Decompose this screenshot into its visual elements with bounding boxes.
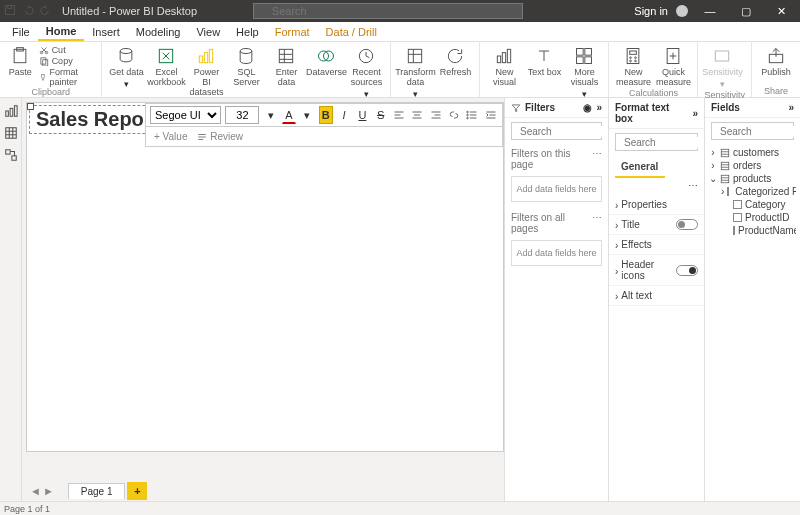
- more-icon[interactable]: ⋯: [688, 180, 698, 191]
- filters-visibility-icon[interactable]: ◉: [583, 102, 592, 113]
- checkbox[interactable]: [733, 226, 735, 235]
- tab-modeling[interactable]: Modeling: [128, 22, 189, 41]
- publish-button[interactable]: Publish: [758, 44, 794, 78]
- close-button[interactable]: ✕: [768, 5, 796, 18]
- report-view-icon[interactable]: [4, 104, 18, 118]
- global-search-input[interactable]: [272, 5, 518, 17]
- cut-button[interactable]: Cut: [39, 45, 96, 55]
- page-tab-1[interactable]: Page 1: [68, 483, 126, 499]
- align-left-icon[interactable]: [392, 106, 406, 124]
- more-icon[interactable]: ⋯: [592, 212, 602, 234]
- link-icon[interactable]: [447, 106, 461, 124]
- format-alttext-row[interactable]: ›Alt text: [609, 286, 704, 306]
- new-measure-button[interactable]: New measure: [615, 44, 651, 88]
- format-title-row[interactable]: ›Title: [609, 215, 704, 235]
- tab-file[interactable]: File: [4, 22, 38, 41]
- data-view-icon[interactable]: [4, 126, 18, 140]
- tab-insert[interactable]: Insert: [84, 22, 128, 41]
- save-icon[interactable]: [4, 4, 16, 18]
- global-search[interactable]: [253, 3, 523, 19]
- excel-button[interactable]: Excel workbook: [148, 44, 184, 88]
- enter-data-button[interactable]: Enter data: [268, 44, 304, 88]
- list-icon[interactable]: [465, 106, 479, 124]
- format-properties-row[interactable]: ›Properties: [609, 195, 704, 215]
- transform-data-button[interactable]: Transform data▾: [397, 44, 433, 100]
- indent-icon[interactable]: [484, 106, 498, 124]
- bold-button[interactable]: B: [319, 106, 333, 124]
- table-products[interactable]: ⌄products: [709, 172, 796, 185]
- font-family-select[interactable]: Segoe UI: [150, 106, 221, 124]
- tab-datadrill[interactable]: Data / Drill: [318, 22, 385, 41]
- underline-button[interactable]: U: [355, 106, 369, 124]
- fields-search[interactable]: [711, 122, 794, 140]
- filters-collapse-icon[interactable]: »: [596, 102, 602, 113]
- strike-button[interactable]: S: [374, 106, 388, 124]
- font-size-input[interactable]: [225, 106, 259, 124]
- filters-search[interactable]: [511, 122, 602, 140]
- tab-help[interactable]: Help: [228, 22, 267, 41]
- filters-allpages-dropzone[interactable]: Add data fields here: [511, 240, 602, 266]
- model-view-icon[interactable]: [4, 148, 18, 162]
- signin-link[interactable]: Sign in: [634, 5, 668, 17]
- avatar-icon[interactable]: [676, 5, 688, 17]
- refresh-button[interactable]: Refresh: [437, 44, 473, 78]
- redo-icon[interactable]: [40, 4, 52, 18]
- paste-button[interactable]: Paste: [6, 44, 35, 78]
- checkbox[interactable]: [727, 187, 729, 196]
- page-nav-prev-icon[interactable]: ◄: [30, 485, 41, 497]
- fields-pane: Fields» ›customers ›orders ⌄products ›Ca…: [704, 98, 800, 501]
- sql-button[interactable]: SQL Server: [228, 44, 264, 88]
- table-orders[interactable]: ›orders: [709, 159, 796, 172]
- review-button[interactable]: Review: [197, 131, 243, 142]
- text-box-button[interactable]: Text box: [526, 44, 562, 78]
- report-canvas[interactable]: Sales Report Segoe UI ▾ A ▾ B I U S +: [22, 98, 504, 501]
- font-color-icon[interactable]: A: [282, 106, 296, 124]
- new-visual-button[interactable]: New visual: [486, 44, 522, 88]
- format-painter-button[interactable]: Format painter: [39, 67, 96, 87]
- filters-onpage-dropzone[interactable]: Add data fields here: [511, 176, 602, 202]
- group-sensitivity: Sensitivity▾ Sensitivity: [698, 42, 752, 97]
- recent-sources-button[interactable]: Recent sources▾: [348, 44, 384, 100]
- italic-button[interactable]: I: [337, 106, 351, 124]
- svg-rect-20: [498, 56, 501, 63]
- format-search[interactable]: [615, 133, 698, 151]
- add-value-button[interactable]: + Value: [154, 131, 187, 142]
- copy-button[interactable]: Copy: [39, 56, 96, 66]
- tab-format[interactable]: Format: [267, 22, 318, 41]
- headericons-toggle[interactable]: [676, 265, 698, 276]
- field-categorized[interactable]: ›Categorized Pro…: [709, 185, 796, 198]
- dataverse-button[interactable]: Dataverse: [308, 44, 344, 78]
- report-page[interactable]: Sales Report Segoe UI ▾ A ▾ B I U S +: [26, 102, 504, 452]
- table-customers[interactable]: ›customers: [709, 146, 796, 159]
- pbi-datasets-button[interactable]: Power BI datasets: [188, 44, 224, 98]
- align-right-icon[interactable]: [429, 106, 443, 124]
- maximize-button[interactable]: ▢: [732, 5, 760, 18]
- quick-measure-button[interactable]: Quick measure: [655, 44, 691, 88]
- format-general-tab[interactable]: General: [615, 157, 665, 178]
- fields-collapse-icon[interactable]: »: [788, 102, 794, 113]
- add-page-button[interactable]: +: [127, 482, 147, 500]
- field-category[interactable]: Category: [709, 198, 796, 211]
- page-nav-next-icon[interactable]: ►: [43, 485, 54, 497]
- more-visuals-button[interactable]: More visuals▾: [566, 44, 602, 100]
- font-color-chevron-icon[interactable]: ▾: [300, 106, 314, 124]
- field-productname[interactable]: ProductName: [709, 224, 796, 237]
- checkbox[interactable]: [733, 213, 742, 222]
- textbox-content[interactable]: Sales Report: [36, 108, 158, 130]
- svg-rect-0: [6, 6, 15, 15]
- align-center-icon[interactable]: [410, 106, 424, 124]
- format-headericons-row[interactable]: ›Header icons: [609, 255, 704, 286]
- undo-icon[interactable]: [22, 4, 34, 18]
- font-size-down-icon[interactable]: ▾: [263, 106, 277, 124]
- more-icon[interactable]: ⋯: [592, 148, 602, 170]
- format-collapse-icon[interactable]: »: [692, 108, 698, 119]
- checkbox[interactable]: [733, 200, 742, 209]
- get-data-button[interactable]: Get data▾: [108, 44, 144, 90]
- title-toggle[interactable]: [676, 219, 698, 230]
- svg-rect-41: [11, 156, 15, 160]
- tab-view[interactable]: View: [188, 22, 228, 41]
- minimize-button[interactable]: —: [696, 5, 724, 17]
- format-effects-row[interactable]: ›Effects: [609, 235, 704, 255]
- tab-home[interactable]: Home: [38, 22, 85, 41]
- field-productid[interactable]: ProductID: [709, 211, 796, 224]
